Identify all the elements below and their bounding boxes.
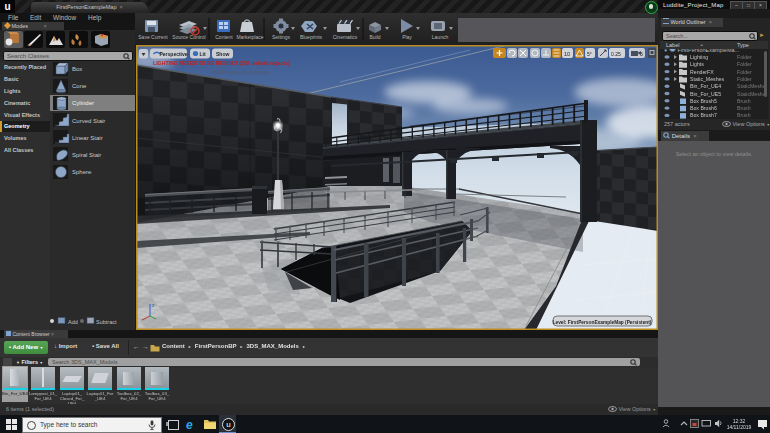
svg-text:0.25: 0.25 bbox=[611, 51, 621, 57]
svg-text:3: 3 bbox=[640, 51, 643, 57]
svg-text:Lights: Lights bbox=[690, 61, 704, 67]
svg-text:Folder: Folder bbox=[737, 76, 752, 82]
svg-text:Box Brush5: Box Brush5 bbox=[690, 98, 717, 104]
svg-text:orldMessages to suppress: orldMessages to suppress bbox=[211, 69, 270, 75]
svg-text:Box Brush7: Box Brush7 bbox=[690, 112, 717, 118]
svg-text:Folder: Folder bbox=[737, 54, 752, 60]
svg-text:LIGHTING NEEDS TO BE REBUILT (: LIGHTING NEEDS TO BE REBUILT (352 unbuil… bbox=[153, 60, 290, 66]
svg-text:Brush: Brush bbox=[737, 112, 751, 118]
svg-text:Bin_For_UE5: Bin_For_UE5 bbox=[690, 91, 721, 97]
svg-text:Add: Add bbox=[68, 319, 78, 325]
svg-text:Static_Meshes: Static_Meshes bbox=[690, 76, 724, 82]
svg-text:Subtract: Subtract bbox=[96, 319, 117, 325]
svg-text:Lighting: Lighting bbox=[690, 54, 708, 60]
svg-text:Show: Show bbox=[216, 51, 229, 57]
svg-text:Level: FirstPersonExampleMap: Level: FirstPersonExampleMap (Persistent… bbox=[553, 320, 652, 325]
svg-text:StaticMeshA: StaticMeshA bbox=[737, 83, 767, 89]
svg-text:Folder: Folder bbox=[737, 69, 752, 75]
svg-text:Lit: Lit bbox=[200, 51, 206, 57]
svg-text:5°: 5° bbox=[587, 51, 592, 57]
svg-text:10: 10 bbox=[564, 51, 570, 57]
svg-text:Box Brush6: Box Brush6 bbox=[690, 105, 717, 111]
svg-text:Brush: Brush bbox=[737, 105, 751, 111]
svg-text:Perspective: Perspective bbox=[160, 51, 188, 57]
svg-text:Brush: Brush bbox=[737, 98, 751, 104]
svg-text:RenderFX: RenderFX bbox=[690, 69, 714, 75]
svg-text:Bin_For_UE4: Bin_For_UE4 bbox=[690, 83, 721, 89]
svg-text:Folder: Folder bbox=[737, 61, 752, 67]
svg-text:StaticMeshA: StaticMeshA bbox=[737, 91, 767, 97]
